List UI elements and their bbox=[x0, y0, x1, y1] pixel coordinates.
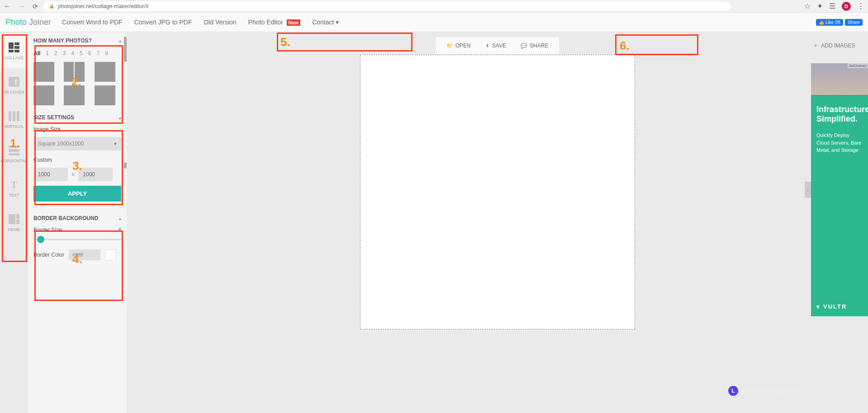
border-color-input[interactable] bbox=[69, 249, 100, 260]
image-size-label: Image Size bbox=[32, 123, 123, 135]
color-swatch[interactable] bbox=[105, 249, 116, 260]
back-button[interactable]: ← bbox=[4, 2, 11, 10]
slider-thumb[interactable] bbox=[37, 236, 44, 243]
rail-text[interactable]: T TEXT bbox=[0, 171, 28, 206]
tab-all[interactable]: All bbox=[33, 50, 40, 56]
reading-list-icon[interactable]: ☰ bbox=[829, 2, 835, 10]
layout-grid bbox=[32, 62, 123, 105]
nav-contact[interactable]: Contact ▾ bbox=[312, 19, 339, 26]
sidebar-ad[interactable]: AdChoices Infrastructure Simplified. Qui… bbox=[811, 63, 868, 316]
canvas-area: 📁 OPEN ⬇ SAVE 💬 SHARE bbox=[127, 32, 868, 413]
layout-thumb-5[interactable] bbox=[64, 85, 85, 105]
apply-button[interactable]: APPLY bbox=[33, 186, 121, 202]
watermark-text: lewatonline.com bbox=[742, 386, 800, 396]
download-icon: ⬇ bbox=[485, 43, 489, 49]
border-size-slider[interactable] bbox=[33, 239, 121, 240]
fb-share-button[interactable]: Share bbox=[845, 19, 863, 26]
height-input[interactable] bbox=[78, 168, 113, 181]
tab-7[interactable]: 7 bbox=[96, 50, 100, 56]
custom-label: Custom bbox=[32, 154, 123, 166]
url-text: photojoiner.net/collage-maker/editor/# bbox=[58, 3, 149, 9]
reload-button[interactable]: ⟳ bbox=[33, 3, 38, 10]
lock-icon: 🔒 bbox=[49, 4, 54, 9]
browser-chrome: ← → ⟳ 🔒 photojoiner.net/collage-maker/ed… bbox=[0, 0, 868, 13]
canvas-toolbar: 📁 OPEN ⬇ SAVE 💬 SHARE bbox=[435, 37, 560, 55]
photo-count-tabs: All 1 2 3 4 5 6 7 8 bbox=[32, 47, 123, 62]
width-input[interactable] bbox=[33, 168, 68, 181]
watermark-badge: L bbox=[728, 386, 738, 396]
site-logo[interactable]: Photo Joiner bbox=[5, 18, 51, 27]
chevron-down-icon: ▾ bbox=[114, 141, 117, 147]
photos-section-header[interactable]: HOW MANY PHOTOS? ▴ bbox=[32, 35, 123, 47]
tab-8[interactable]: 8 bbox=[105, 50, 108, 56]
folder-icon: 📁 bbox=[446, 43, 453, 49]
watermark: L lewatonline.com bbox=[728, 386, 800, 396]
layout-thumb-6[interactable] bbox=[95, 85, 115, 105]
add-images-button[interactable]: ＋ ADD IMAGES bbox=[805, 37, 863, 54]
chrome-menu-icon[interactable]: ⋮ bbox=[857, 2, 864, 10]
forward-button[interactable]: → bbox=[18, 2, 25, 10]
tab-2[interactable]: 2 bbox=[54, 50, 57, 56]
share-button[interactable]: 💬 SHARE bbox=[514, 40, 555, 52]
image-size-select[interactable]: Square 1000x1000 ▾ bbox=[33, 137, 121, 150]
adchoices-badge[interactable]: AdChoices bbox=[848, 63, 868, 68]
border-color-label: Border Color bbox=[33, 252, 64, 258]
rail-horizontal[interactable]: HORIZONTAL bbox=[0, 137, 28, 171]
nav-old-version[interactable]: Old Version bbox=[204, 19, 236, 26]
ad-expand-tab[interactable]: › bbox=[805, 182, 811, 198]
layout-thumb-4[interactable] bbox=[33, 85, 54, 105]
share-icon: 💬 bbox=[521, 43, 527, 49]
horizontal-layout-icon bbox=[8, 145, 20, 156]
ad-title: Infrastructure Simplified. bbox=[816, 105, 863, 123]
tab-4[interactable]: 4 bbox=[71, 50, 74, 56]
fb-like-button[interactable]: 👍 Like 2K bbox=[816, 19, 843, 26]
rail-fb-cover[interactable]: FB COVER bbox=[0, 68, 28, 103]
layout-thumb-3[interactable] bbox=[95, 62, 115, 82]
chevron-up-icon: ▴ bbox=[119, 115, 121, 120]
collage-icon bbox=[8, 42, 20, 53]
star-icon[interactable]: ☆ bbox=[804, 2, 811, 10]
rail-collage[interactable]: COLLAGE bbox=[0, 34, 28, 68]
chevron-up-icon: ▴ bbox=[119, 216, 121, 221]
border-size-value: 4 bbox=[118, 227, 121, 233]
x-label: X bbox=[71, 172, 75, 177]
vertical-layout-icon bbox=[8, 111, 20, 122]
ad-brand-logo: ▾ VULTR bbox=[816, 303, 847, 310]
new-badge: New bbox=[287, 19, 301, 26]
tab-3[interactable]: 3 bbox=[63, 50, 66, 56]
chevron-down-icon: ▾ bbox=[336, 19, 339, 26]
nav-jpg-pdf[interactable]: Convert JPG to PDF bbox=[134, 19, 192, 26]
chevron-up-icon: ▴ bbox=[119, 38, 121, 43]
add-images-container: ＋ ADD IMAGES bbox=[805, 37, 863, 54]
ad-body: Infrastructure Simplified. Quickly Deplo… bbox=[811, 95, 868, 316]
layout-thumb-2[interactable] bbox=[64, 62, 85, 82]
settings-panel: HOW MANY PHOTOS? ▴ All 1 2 3 4 5 6 7 8 bbox=[28, 32, 127, 413]
meme-icon bbox=[8, 214, 20, 225]
vultr-icon: ▾ bbox=[816, 303, 821, 310]
ad-image: AdChoices bbox=[811, 63, 868, 95]
left-rail: COLLAGE FB COVER VERTICAL HORIZONTAL T T… bbox=[0, 32, 28, 413]
site-nav: Photo Joiner Convert Word to PDF Convert… bbox=[0, 13, 868, 32]
tab-6[interactable]: 6 bbox=[88, 50, 91, 56]
extensions-icon[interactable]: ✦ bbox=[817, 2, 823, 10]
text-icon: T bbox=[8, 179, 20, 190]
nav-word-pdf[interactable]: Convert Word to PDF bbox=[62, 19, 123, 26]
border-section-header[interactable]: BORDER BACKGROUND ▴ bbox=[32, 212, 123, 224]
ad-subtitle: Quickly Deploy Cloud Servers, Bare Metal… bbox=[816, 131, 863, 154]
nav-photo-editor[interactable]: Photo Editor New bbox=[248, 19, 301, 26]
save-button[interactable]: ⬇ SAVE bbox=[479, 40, 512, 52]
tab-5[interactable]: 5 bbox=[80, 50, 83, 56]
collage-canvas[interactable] bbox=[360, 55, 635, 329]
rail-vertical[interactable]: VERTICAL bbox=[0, 103, 28, 137]
tab-1[interactable]: 1 bbox=[46, 50, 49, 56]
size-section-header[interactable]: SIZE SETTINGS ▴ bbox=[32, 112, 123, 123]
plus-icon: ＋ bbox=[813, 42, 818, 49]
rail-meme[interactable]: MEME bbox=[0, 206, 28, 240]
address-bar[interactable]: 🔒 photojoiner.net/collage-maker/editor/# bbox=[43, 1, 731, 11]
layout-thumb-1[interactable] bbox=[33, 62, 54, 82]
facebook-icon bbox=[8, 76, 20, 87]
thumb-icon: 👍 bbox=[819, 20, 824, 25]
open-button[interactable]: 📁 OPEN bbox=[440, 40, 477, 52]
profile-avatar[interactable]: D bbox=[842, 2, 851, 11]
border-size-label: Border Size bbox=[33, 227, 62, 233]
